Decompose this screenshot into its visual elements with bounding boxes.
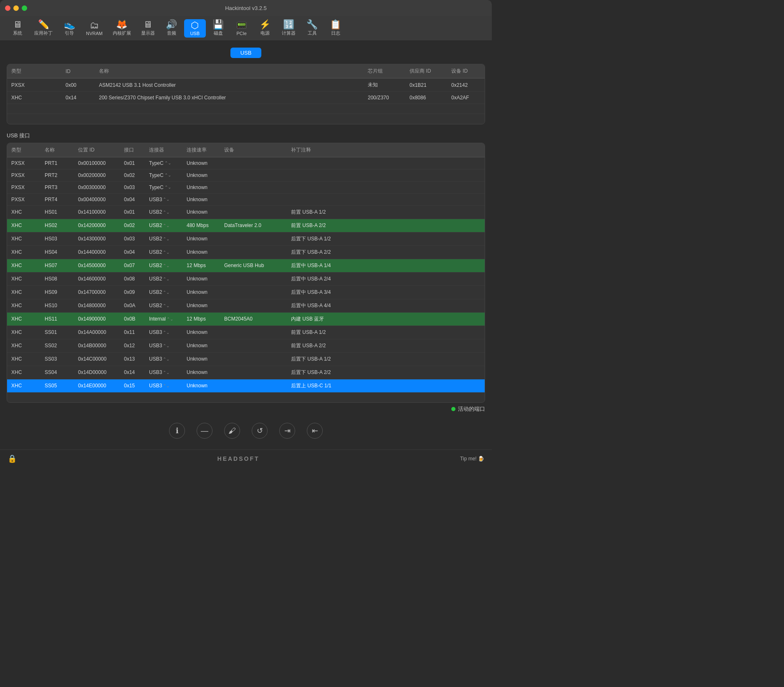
minimize-button[interactable] — [13, 5, 19, 11]
ctrl-name: 200 Series/Z370 Chipset Family USB 3.0 x… — [95, 92, 364, 104]
port-connector[interactable]: USB2 ⌃⌄ — [145, 232, 182, 245]
port-port: 0x11 — [120, 326, 145, 339]
toolbar-item-log[interactable]: 📋日志 — [325, 18, 346, 38]
controllers-table: 类型 ID 名称 芯片组 供应商 ID 设备 ID PXSX 0x00 ASM2… — [7, 64, 485, 124]
port-connector[interactable]: USB2 ⌃⌄ — [145, 259, 182, 272]
brush-button[interactable]: 🖌 — [224, 423, 240, 439]
port-speed: Unknown — [182, 157, 220, 169]
port-row[interactable]: PXSX PRT2 0x00200000 0x02 TypeC ⌃⌄ Unkno… — [7, 169, 485, 181]
usb-tab[interactable]: USB — [230, 48, 262, 58]
port-connector[interactable]: USB2 ⌃⌄ — [145, 285, 182, 299]
toolbar-item-pcie[interactable]: 📟PCIe — [231, 19, 253, 38]
fullscreen-button[interactable] — [22, 5, 27, 11]
port-row[interactable]: XHC SS01 0x14A00000 0x11 USB3 ⌃⌄ Unknown… — [7, 326, 485, 339]
port-connector[interactable]: USB2 ⌃⌄ — [145, 272, 182, 285]
port-row[interactable]: XHC HS02 0x14200000 0x02 USB2 ⌃⌄ 480 Mbp… — [7, 219, 485, 232]
port-name: PRT3 — [40, 181, 74, 193]
toolbar-item-tools[interactable]: 🔧工具 — [301, 18, 323, 38]
port-row[interactable]: XHC HS11 0x14900000 0x0B Internal ⌃⌄ 12 … — [7, 312, 485, 326]
port-port: 0x01 — [120, 205, 145, 219]
port-row[interactable]: PXSX PRT3 0x00300000 0x03 TypeC ⌃⌄ Unkno… — [7, 181, 485, 193]
header-vendor: 供应商 ID — [405, 64, 447, 78]
port-speed: Unknown — [182, 299, 220, 312]
port-row[interactable]: XHC HS10 0x14800000 0x0A USB2 ⌃⌄ Unknown… — [7, 299, 485, 312]
tip-me[interactable]: Tip me! 🍺 — [460, 456, 484, 462]
port-connector[interactable]: USB2 ⌃⌄ — [145, 219, 182, 232]
port-connector[interactable]: USB2 ⌃⌄ — [145, 299, 182, 312]
port-patch: 后置下 USB-A 1/2 — [287, 352, 485, 366]
toolbar-item-nvram[interactable]: 🗂NVRAM — [82, 19, 107, 38]
toolbar-item-power[interactable]: ⚡电源 — [254, 18, 276, 38]
boot-icon: 👟 — [64, 20, 75, 29]
toolbar-item-audio[interactable]: 🔊音频 — [161, 18, 182, 38]
port-connector[interactable]: USB3 ⌃⌄ — [145, 193, 182, 205]
toolbar-item-kext[interactable]: 🦊内核扩展 — [109, 18, 135, 38]
connector-arrows: ⌃⌄ — [163, 344, 169, 348]
port-port: 0x03 — [120, 181, 145, 193]
patch-icon: ✏️ — [38, 20, 49, 29]
ports-header-port: 接口 — [120, 143, 145, 157]
port-row[interactable]: XHC HS01 0x14100000 0x01 USB2 ⌃⌄ Unknown… — [7, 205, 485, 219]
toolbar-item-system[interactable]: 🖥系统 — [7, 18, 28, 38]
port-connector[interactable]: USB2 ⌃⌄ — [145, 205, 182, 219]
connector-arrows: ⌃⌄ — [163, 290, 169, 295]
port-type: XHC — [7, 285, 40, 299]
port-port: 0x13 — [120, 352, 145, 366]
refresh-button[interactable]: ↺ — [252, 423, 268, 439]
toolbar-item-disk[interactable]: 💾磁盘 — [207, 18, 229, 38]
port-connector[interactable]: TypeC ⌃⌄ — [145, 181, 182, 193]
ctrl-chipset: 未知 — [364, 78, 405, 92]
controller-row[interactable]: PXSX 0x00 ASM2142 USB 3.1 Host Controlle… — [7, 78, 485, 92]
port-connector[interactable]: USB3 ⌃⌄ — [145, 379, 182, 392]
port-row[interactable]: XHC HS04 0x14400000 0x04 USB2 ⌃⌄ Unknown… — [7, 245, 485, 259]
toolbar-item-usb[interactable]: ⬡USB — [184, 19, 206, 38]
import-button[interactable]: ⇥ — [279, 423, 295, 439]
port-locid: 0x14700000 — [74, 285, 120, 299]
port-patch: 前置 USB-A 1/2 — [287, 326, 485, 339]
lock-icon[interactable]: 🔒 — [8, 454, 17, 463]
port-device — [220, 169, 287, 181]
display-label: 显示器 — [141, 30, 155, 36]
toolbar-item-patch[interactable]: ✏️应用补丁 — [30, 18, 57, 38]
port-row[interactable]: XHC HS03 0x14300000 0x03 USB2 ⌃⌄ Unknown… — [7, 232, 485, 245]
port-row[interactable]: XHC SS04 0x14D00000 0x14 USB3 ⌃⌄ Unknown… — [7, 366, 485, 379]
port-device — [220, 157, 287, 169]
port-connector[interactable]: USB3 ⌃⌄ — [145, 366, 182, 379]
port-speed: Unknown — [182, 285, 220, 299]
port-row[interactable]: XHC SS05 0x14E00000 0x15 USB3 ⌃⌄ Unknown… — [7, 379, 485, 392]
toolbar-item-calc[interactable]: 🔢计算器 — [278, 18, 300, 38]
port-connector[interactable]: USB3 ⌃⌄ — [145, 352, 182, 366]
port-locid: 0x14D00000 — [74, 366, 120, 379]
toolbar-item-boot[interactable]: 👟引导 — [58, 18, 80, 38]
port-connector[interactable]: Internal ⌃⌄ — [145, 312, 182, 326]
port-row[interactable]: XHC HS09 0x14700000 0x09 USB2 ⌃⌄ Unknown… — [7, 285, 485, 299]
port-row[interactable]: XHC HS07 0x14500000 0x07 USB2 ⌃⌄ 12 Mbps… — [7, 259, 485, 272]
port-connector[interactable]: TypeC ⌃⌄ — [145, 169, 182, 181]
connector-arrows: ⌃⌄ — [163, 210, 169, 215]
port-port: 0x07 — [120, 259, 145, 272]
port-row[interactable]: PXSX PRT4 0x00400000 0x04 USB3 ⌃⌄ Unknow… — [7, 193, 485, 205]
port-row[interactable]: XHC SS02 0x14B00000 0x12 USB3 ⌃⌄ Unknown… — [7, 339, 485, 352]
disk-label: 磁盘 — [214, 30, 223, 36]
export-button[interactable]: ⇤ — [307, 423, 323, 439]
port-connector[interactable]: USB3 ⌃⌄ — [145, 326, 182, 339]
port-row[interactable]: XHC SS03 0x14C00000 0x13 USB3 ⌃⌄ Unknown… — [7, 352, 485, 366]
controllers-header-row: 类型 ID 名称 芯片组 供应商 ID 设备 ID — [7, 64, 485, 78]
controller-row[interactable]: XHC 0x14 200 Series/Z370 Chipset Family … — [7, 92, 485, 104]
port-connector[interactable]: TypeC ⌃⌄ — [145, 157, 182, 169]
port-locid: 0x14100000 — [74, 205, 120, 219]
toolbar-item-display[interactable]: 🖥显示器 — [137, 18, 159, 38]
connector-arrows: ⌃⌄ — [163, 357, 169, 361]
port-row[interactable]: PXSX PRT1 0x00100000 0x01 TypeC ⌃⌄ Unkno… — [7, 157, 485, 169]
system-label: 系统 — [13, 30, 22, 36]
toolbar: 🖥系统✏️应用补丁👟引导🗂NVRAM🦊内核扩展🖥显示器🔊音频⬡USB💾磁盘📟PC… — [0, 16, 492, 41]
port-type: XHC — [7, 245, 40, 259]
port-row[interactable]: XHC HS08 0x14600000 0x08 USB2 ⌃⌄ Unknown… — [7, 272, 485, 285]
close-button[interactable] — [5, 5, 10, 11]
port-connector[interactable]: USB2 ⌃⌄ — [145, 245, 182, 259]
minus-button[interactable]: — — [197, 423, 212, 439]
info-button[interactable]: ℹ — [169, 423, 185, 439]
port-type: XHC — [7, 272, 40, 285]
port-locid: 0x14400000 — [74, 245, 120, 259]
port-connector[interactable]: USB3 ⌃⌄ — [145, 339, 182, 352]
